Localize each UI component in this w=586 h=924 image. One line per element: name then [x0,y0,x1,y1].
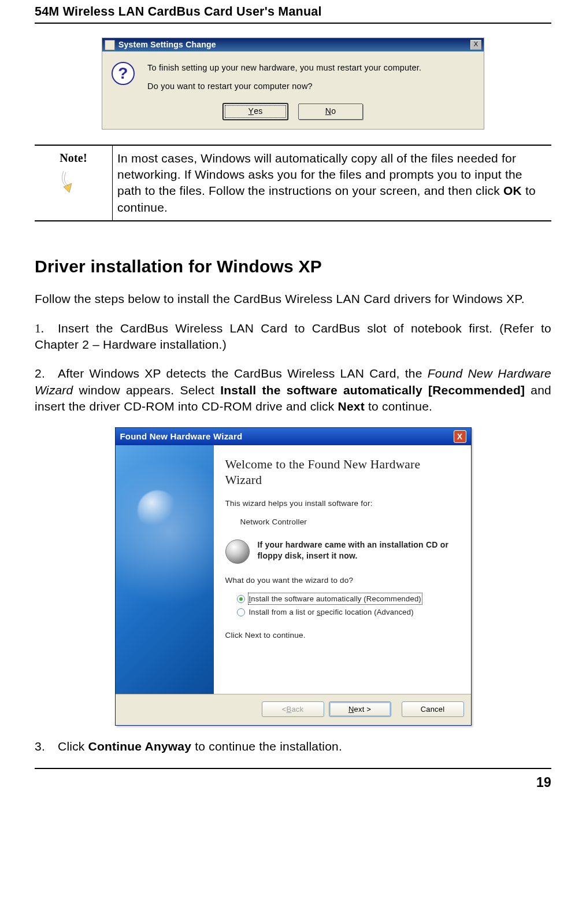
dialog-titlebar: System Settings Change X [102,38,484,51]
section-heading: Driver installation for Windows XP [35,255,551,279]
step-1: 1.Insert the CardBus Wireless LAN Card t… [35,320,551,353]
note-text-pre: In most cases, Windows will automaticall… [117,151,522,198]
next-button[interactable]: Next > [329,701,391,717]
no-button[interactable]: No [298,104,363,120]
cancel-button[interactable]: Cancel [402,701,464,717]
system-settings-dialog-figure: System Settings Change X ? To finish set… [102,38,484,130]
dialog-message-line1: To finish setting up your new hardware, … [147,62,421,75]
note-callout: Note! In most cases, Windows will automa… [35,145,551,221]
step-2-text: After Windows XP detects the CardBus Wir… [35,367,551,413]
note-label: Note! [39,150,107,166]
option-label: Install from a list or specific location… [249,607,414,618]
radio-icon [237,595,245,603]
option-label: Install the software automatically (Reco… [249,594,421,604]
wizard-help-line: This wizard helps you install software f… [225,498,459,509]
step-2: 2.After Windows XP detects the CardBus W… [35,365,551,415]
step-3-text: Click Continue Anyway to continue the in… [58,740,342,753]
question-icon: ? [112,62,135,85]
page-number: 19 [35,774,551,800]
wizard-device-name: Network Controller [240,517,459,527]
note-text-bold: OK [503,184,522,197]
step-3-number: 3. [35,738,58,755]
wizard-cd-instruction: If your hardware came with an installati… [258,539,459,561]
close-icon[interactable]: X [470,40,481,50]
wizard-next-hint: Click Next to continue. [225,630,459,641]
radio-install-automatically[interactable]: Install the software automatically (Reco… [237,594,459,604]
cd-icon [225,539,250,564]
back-button: < Back [262,701,324,717]
note-arrow-icon [60,169,87,193]
radio-icon [237,608,245,616]
section-intro: Follow the steps below to install the Ca… [35,291,551,307]
page-header: 54M Wireless LAN CardBus Card User's Man… [35,0,551,20]
step-1-text: Insert the CardBus Wireless LAN Card to … [35,321,551,351]
radio-install-from-list[interactable]: Install from a list or specific location… [237,607,459,618]
dialog-titlebar-icon [105,40,115,50]
wizard-titlebar: Found New Hardware Wizard X [116,428,471,445]
yes-button[interactable]: Yes [223,104,288,120]
wizard-title: Found New Hardware Wizard [120,431,454,442]
dialog-message: To finish setting up your new hardware, … [147,62,421,93]
wizard-heading: Welcome to the Found New Hardware Wizard [225,457,459,488]
step-2-number: 2. [35,365,58,382]
found-new-hardware-wizard-figure: Found New Hardware Wizard X Welcome to t… [115,427,472,726]
dialog-message-line2: Do you want to restart your computer now… [147,80,421,93]
wizard-side-graphic [116,445,214,694]
wizard-question: What do you want the wizard to do? [225,575,459,586]
header-divider [35,23,551,24]
footer-divider [35,768,551,769]
step-3: 3.Click Continue Anyway to continue the … [35,738,551,755]
step-1-number: 1. [35,320,58,337]
dialog-title: System Settings Change [118,39,470,50]
close-icon[interactable]: X [454,430,466,443]
